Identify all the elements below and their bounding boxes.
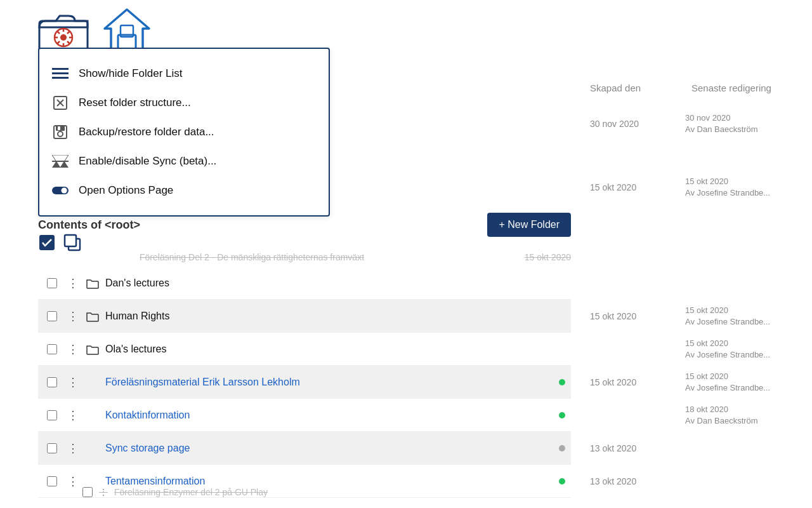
table-row: ⋮ Human Rights [38,300,571,333]
row-dot-green [556,412,568,418]
reset-icon [52,95,69,111]
home-blue-icon[interactable] [102,6,152,54]
row-checkbox[interactable] [41,443,63,453]
folder-icon [82,344,103,355]
svg-point-23 [58,131,63,137]
toggle-icon [52,182,69,199]
skapad-header: Skapad den [590,83,641,93]
disk-icon [52,124,69,140]
faint-bottom-row: ⋮ Föreläsning Enzymer del 2 på GU Play [38,483,571,502]
row-dot-green [556,379,568,385]
row-dots-olas[interactable]: ⋮ [63,342,82,356]
row-label-sync[interactable]: Sync storage page [103,443,556,454]
row-label-hr[interactable]: Human Rights [103,311,556,322]
row-dots-hr[interactable]: ⋮ [63,309,82,323]
svg-line-9 [67,31,70,34]
row-checkbox[interactable] [41,410,63,420]
row-checkbox[interactable] [41,377,63,387]
contents-title: Contents of <root> [38,218,140,232]
menu-label-options: Open Options Page [79,184,173,197]
top-date-rows: 30 nov 2020 30 nov 2020Av Dan Baeckström… [590,108,806,203]
row-label-kontakt[interactable]: Kontaktinformation [103,410,556,421]
table-row: ⋮ Kontaktinformation [38,399,571,432]
svg-line-8 [67,41,70,44]
menu-label-backup: Backup/restore folder data... [79,126,214,138]
table-row: ⋮ Sync storage page [38,432,571,465]
row-checkbox[interactable] [41,278,63,288]
row-label-olas[interactable]: Ola's lectures [103,344,556,355]
dropdown-menu: Show/hide Folder List Reset folder struc… [38,48,330,217]
row-dots-kontakt[interactable]: ⋮ [63,408,82,422]
hamburger-icon [52,65,69,82]
checkbox-hr[interactable] [47,311,57,321]
menu-label-reset: Reset folder structure... [79,97,191,109]
svg-rect-16 [52,77,69,79]
svg-rect-15 [52,72,69,74]
menu-backup-restore[interactable]: Backup/restore folder data... [52,117,316,147]
svg-rect-14 [52,68,69,70]
menu-reset-folder[interactable]: Reset folder structure... [52,88,316,117]
row-label-dans[interactable]: Dan's lectures [103,277,556,289]
folder-icon [82,311,103,322]
checkbox-erik[interactable] [47,377,57,387]
svg-point-2 [60,34,67,41]
row-dots-sync[interactable]: ⋮ [63,441,82,455]
svg-line-7 [57,31,60,34]
table-row: ⋮ Föreläsningsmaterial Erik Larsson Lekh… [38,366,571,399]
row-dots-dans[interactable]: ⋮ [63,276,82,290]
table-row: ⋮ Dan's lectures [38,267,571,300]
checkbox-dans[interactable] [47,278,57,288]
faint-top-row: Föreläsning Del 2 - De mänskliga rättigh… [38,248,571,267]
row-checkbox[interactable] [41,344,63,354]
table-date-rows: 15 okt 2020 15 okt 2020Av Josefine Stran… [590,267,806,498]
table-row: ⋮ Ola's lectures [38,333,571,366]
menu-label-sync: Enable/disable Sync (beta)... [79,155,216,168]
table-area: ⋮ Dan's lectures ⋮ Human Rights ⋮ [38,267,571,508]
menu-enable-sync[interactable]: Enable/disable Sync (beta)... [52,147,316,176]
row-checkbox[interactable] [41,311,63,321]
new-folder-button[interactable]: + New Folder [487,213,571,237]
checkbox-olas[interactable] [47,344,57,354]
row-label-erik[interactable]: Föreläsningsmaterial Erik Larsson Lekhol… [103,377,556,388]
folder-icon [82,277,103,289]
sync-icon [52,153,69,170]
menu-label-show-hide: Show/hide Folder List [79,67,182,80]
senaste-header: Senaste redigering [691,83,771,93]
menu-open-options[interactable]: Open Options Page [52,176,316,205]
menu-show-hide-folder[interactable]: Show/hide Folder List [52,59,316,88]
svg-line-10 [57,41,60,44]
bottom-checkbox[interactable] [82,487,93,497]
svg-rect-31 [65,235,76,246]
svg-marker-11 [105,10,149,51]
row-dot-gray [556,445,568,451]
svg-rect-22 [58,126,60,130]
checkbox-kontakt[interactable] [47,410,57,420]
row-dots-erik[interactable]: ⋮ [63,375,82,389]
svg-point-28 [62,187,67,193]
checkbox-sync[interactable] [47,443,57,453]
